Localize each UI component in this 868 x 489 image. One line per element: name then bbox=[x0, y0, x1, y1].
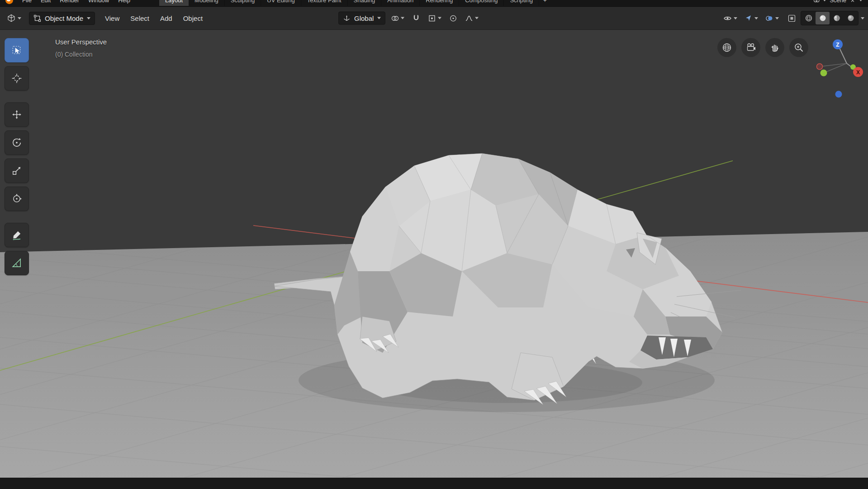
overlays-toggle[interactable] bbox=[763, 12, 781, 24]
browse-scene-icon[interactable] bbox=[813, 0, 820, 4]
snap-increment-icon bbox=[428, 14, 436, 22]
menu-add[interactable]: Add bbox=[155, 11, 178, 25]
tab-compositing[interactable]: Compositing bbox=[459, 0, 504, 6]
chevron-down-icon[interactable] bbox=[823, 0, 826, 1]
shading-material-button[interactable] bbox=[830, 12, 844, 24]
rendered-sphere-icon bbox=[847, 14, 855, 22]
measure-icon bbox=[11, 258, 22, 268]
tool-group-separator bbox=[5, 94, 29, 99]
3d-cursor-icon bbox=[11, 73, 22, 84]
chevron-down-icon bbox=[87, 17, 90, 19]
menu-view[interactable]: View bbox=[100, 11, 125, 25]
proportional-edit-icon bbox=[449, 14, 457, 22]
tab-sculpting[interactable]: Sculpting bbox=[225, 0, 261, 6]
mode-selector-value: Object Mode bbox=[45, 14, 83, 22]
pivot-point-selector[interactable] bbox=[389, 12, 407, 24]
object-visibility-selector[interactable] bbox=[721, 12, 740, 24]
tool-cursor[interactable] bbox=[5, 66, 29, 91]
falloff-curve-icon bbox=[465, 14, 473, 22]
axis-z-ball[interactable]: Z bbox=[833, 39, 843, 49]
topbar: File Edit Render Window Help Layout Mode… bbox=[0, 0, 868, 6]
editor-type-button[interactable] bbox=[5, 12, 24, 24]
chevron-down-icon bbox=[475, 17, 479, 19]
pivot-point-icon bbox=[391, 14, 399, 22]
tab-animation[interactable]: Animation bbox=[381, 0, 420, 6]
editor-3d-viewport-icon bbox=[7, 14, 16, 23]
tab-scripting[interactable]: Scripting bbox=[504, 0, 539, 6]
snap-target-selector[interactable] bbox=[426, 12, 444, 24]
pan-view-button[interactable] bbox=[765, 38, 784, 57]
tab-uv-editing[interactable]: UV Editing bbox=[261, 0, 301, 6]
proportional-falloff-selector[interactable] bbox=[463, 12, 481, 24]
menu-help[interactable]: Help bbox=[114, 0, 135, 5]
camera-view-button[interactable] bbox=[741, 38, 760, 57]
chevron-down-icon[interactable] bbox=[859, 0, 863, 1]
shading-wireframe-button[interactable] bbox=[802, 12, 816, 24]
add-workspace-button[interactable]: + bbox=[539, 0, 551, 6]
tool-select-box[interactable] bbox=[5, 38, 29, 62]
tab-texture-paint[interactable]: Texture Paint bbox=[301, 0, 348, 6]
transform-orientation-selector[interactable]: Global bbox=[338, 12, 385, 25]
chevron-down-icon bbox=[18, 17, 21, 19]
chevron-down-icon bbox=[754, 17, 758, 19]
tool-move[interactable] bbox=[5, 102, 29, 127]
orientation-axes-icon bbox=[343, 14, 351, 22]
shading-solid-button[interactable] bbox=[816, 12, 830, 24]
xray-toggle[interactable] bbox=[785, 12, 798, 24]
chevron-down-icon[interactable] bbox=[861, 17, 864, 19]
object-mode-icon bbox=[33, 14, 41, 22]
tool-measure[interactable] bbox=[5, 251, 29, 275]
shading-mode-group bbox=[801, 11, 859, 25]
menu-window[interactable]: Window bbox=[84, 0, 114, 5]
tab-modeling[interactable]: Modeling bbox=[189, 0, 225, 6]
chevron-down-icon bbox=[734, 17, 737, 19]
scene-name[interactable]: Scene bbox=[830, 0, 846, 4]
orbit-sphere-button[interactable] bbox=[717, 38, 736, 57]
mode-selector[interactable]: Object Mode bbox=[29, 12, 95, 25]
axis-neg-z-ball[interactable] bbox=[835, 91, 842, 98]
viewport-3d[interactable] bbox=[0, 0, 868, 489]
camera-icon bbox=[745, 42, 756, 53]
menu-select[interactable]: Select bbox=[125, 11, 155, 25]
tool-transform[interactable] bbox=[5, 187, 29, 211]
solid-sphere-icon bbox=[819, 14, 827, 22]
scale-icon bbox=[11, 165, 22, 176]
menu-object[interactable]: Object bbox=[178, 11, 208, 25]
annotate-pen-icon bbox=[11, 230, 22, 240]
shading-rendered-button[interactable] bbox=[844, 12, 858, 24]
menu-render[interactable]: Render bbox=[55, 0, 84, 5]
wireframe-sphere-icon bbox=[805, 14, 813, 22]
tool-annotate[interactable] bbox=[5, 223, 29, 247]
status-bar bbox=[0, 478, 868, 489]
tool-rotate[interactable] bbox=[5, 130, 29, 155]
hand-icon bbox=[769, 42, 780, 53]
viewport-header: Object Mode View Select Add Object Globa… bbox=[0, 6, 868, 30]
tool-scale[interactable] bbox=[5, 158, 29, 183]
transform-icon bbox=[11, 193, 22, 204]
tool-group-separator bbox=[5, 215, 29, 219]
menu-edit[interactable]: Edit bbox=[36, 0, 55, 5]
proportional-editing-toggle[interactable] bbox=[447, 12, 460, 24]
tab-rendering[interactable]: Rendering bbox=[420, 0, 459, 6]
workspace-tabs: Layout Modeling Sculpting UV Editing Tex… bbox=[159, 0, 551, 6]
menu-file[interactable]: File bbox=[18, 0, 36, 5]
gizmo-arrow-icon bbox=[744, 14, 753, 23]
navigation-axis-gizmo[interactable]: Z X bbox=[806, 27, 868, 104]
rotate-icon bbox=[11, 137, 22, 148]
active-collection-label: (0) Collection bbox=[55, 51, 92, 58]
blender-logo-icon[interactable] bbox=[5, 0, 13, 4]
axis-y-ball[interactable] bbox=[821, 70, 827, 77]
axis-x-ball[interactable]: X bbox=[853, 67, 863, 77]
tab-shading[interactable]: Shading bbox=[348, 0, 382, 6]
axis-neg-x-ball[interactable] bbox=[817, 64, 823, 70]
svg-text:X: X bbox=[856, 69, 860, 76]
zoom-view-button[interactable] bbox=[789, 38, 808, 57]
tab-layout[interactable]: Layout bbox=[159, 0, 189, 6]
close-icon[interactable] bbox=[849, 0, 856, 4]
chevron-down-icon bbox=[401, 17, 404, 19]
gizmos-toggle[interactable] bbox=[742, 12, 760, 24]
xray-icon bbox=[787, 14, 796, 23]
orientation-value: Global bbox=[354, 14, 374, 22]
snap-toggle[interactable] bbox=[410, 12, 422, 24]
material-sphere-icon bbox=[833, 14, 841, 22]
